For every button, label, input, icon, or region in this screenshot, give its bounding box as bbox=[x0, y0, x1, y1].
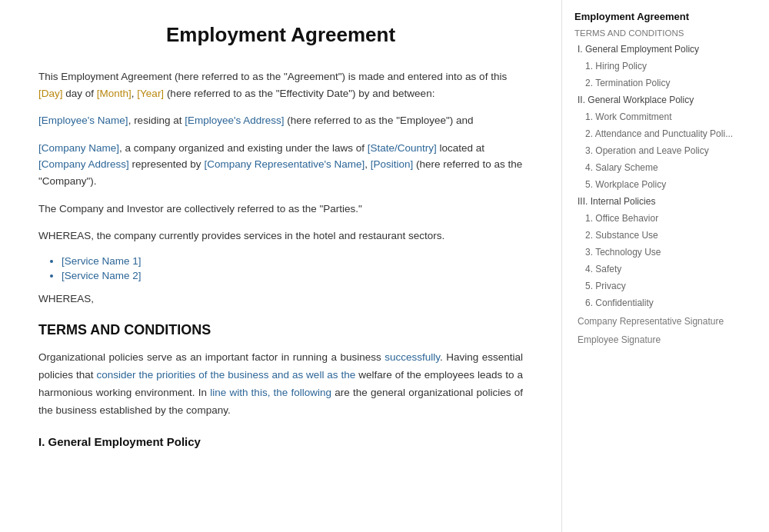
whereas1-text: WHEREAS, the company currently provides … bbox=[38, 230, 444, 241]
intro-p1-day: [Day] bbox=[38, 88, 63, 99]
sidebar-item-general-employment[interactable]: I. General Employment Policy bbox=[574, 41, 734, 58]
intro-p3-text4: , bbox=[365, 158, 371, 170]
sidebar-item-operation-leave[interactable]: 3. Operation and Leave Policy bbox=[574, 142, 734, 159]
service-name-2: [Service Name 2] bbox=[62, 270, 141, 281]
service-item-1: [Service Name 1] bbox=[62, 255, 523, 267]
employee-name: [Employee's Name] bbox=[38, 115, 128, 126]
intro-p1-text4: (here referred to as the "Effectivity Da… bbox=[164, 88, 434, 99]
sidebar-item-company-signature[interactable]: Company Representative Signature bbox=[574, 313, 734, 330]
intro-paragraph-3: [Company Name], a company organized and … bbox=[38, 140, 523, 190]
terms-body: Organizational policies serve as an impo… bbox=[38, 349, 523, 420]
main-content: Employment Agreement This Employment Agr… bbox=[0, 0, 561, 532]
intro-p1-year: [Year] bbox=[137, 88, 164, 99]
terms-highlight2: consider the priorities of the business … bbox=[96, 369, 355, 381]
whereas-paragraph-1: WHEREAS, the company currently provides … bbox=[38, 228, 523, 244]
intro-p3-text3: represented by bbox=[129, 158, 205, 170]
sidebar-item-privacy[interactable]: 5. Privacy bbox=[574, 278, 734, 294]
intro-p3-text2: located at bbox=[437, 142, 484, 154]
terms-heading: TERMS AND CONDITIONS bbox=[38, 322, 523, 338]
service-item-2: [Service Name 2] bbox=[62, 270, 523, 281]
sidebar-item-office-behavior[interactable]: 1. Office Behavior bbox=[574, 210, 734, 227]
service-name-1: [Service Name 1] bbox=[62, 255, 141, 267]
intro-paragraph-2: [Employee's Name], residing at [Employee… bbox=[38, 112, 523, 129]
parties-text: The Company and Investor are collectivel… bbox=[38, 203, 362, 214]
sidebar-item-termination[interactable]: 2. Termination Policy bbox=[574, 75, 734, 91]
sidebar-item-internal-policies[interactable]: III. Internal Policies bbox=[574, 193, 734, 210]
sidebar-item-work-commitment[interactable]: 1. Work Commitment bbox=[574, 108, 734, 125]
state-country: [State/Country] bbox=[368, 142, 437, 154]
employee-address: [Employee's Address] bbox=[185, 115, 284, 126]
intro-p1-text2: day of bbox=[63, 88, 97, 99]
company-position: [Position] bbox=[371, 158, 414, 170]
sidebar: Employment Agreement TERMS AND CONDITION… bbox=[561, 0, 746, 532]
whereas2-text: WHEREAS, bbox=[38, 293, 94, 304]
sidebar-item-substance-use[interactable]: 2. Substance Use bbox=[574, 227, 734, 244]
intro-p3-text1: , a company organized and existing under… bbox=[119, 142, 368, 154]
services-list: [Service Name 1] [Service Name 2] bbox=[62, 255, 523, 281]
company-address: [Company Address] bbox=[38, 158, 129, 170]
terms-text1: Organizational policies serve as an impo… bbox=[38, 351, 384, 363]
intro-paragraph-1: This Employment Agreement (here referred… bbox=[38, 68, 523, 101]
sidebar-item-confidentiality[interactable]: 6. Confidentiality bbox=[574, 294, 734, 311]
sidebar-item-general-workplace[interactable]: II. General Workplace Policy bbox=[574, 91, 734, 108]
intro-p1-text1: This Employment Agreement (here referred… bbox=[38, 71, 507, 82]
company-rep-name: [Company Representative's Name] bbox=[204, 158, 365, 170]
sidebar-item-employee-signature[interactable]: Employee Signature bbox=[574, 331, 734, 348]
document-title: Employment Agreement bbox=[38, 23, 523, 47]
intro-p2-text1: , residing at bbox=[128, 115, 185, 126]
terms-highlight3: line with this, the following bbox=[210, 387, 331, 398]
intro-paragraph-4: The Company and Investor are collectivel… bbox=[38, 201, 523, 218]
intro-p1-month: [Month] bbox=[97, 88, 131, 99]
sidebar-item-safety[interactable]: 4. Safety bbox=[574, 261, 734, 278]
sidebar-item-attendance[interactable]: 2. Attendance and Punctuality Poli... bbox=[574, 125, 734, 142]
sidebar-item-technology-use[interactable]: 3. Technology Use bbox=[574, 244, 734, 261]
intro-p2-text2: (here referred to as the "Employee") and bbox=[285, 115, 474, 126]
sidebar-title: Employment Agreement bbox=[574, 11, 734, 22]
sidebar-item-salary[interactable]: 4. Salary Scheme bbox=[574, 159, 734, 176]
section1-heading: I. General Employment Policy bbox=[38, 435, 523, 448]
sidebar-terms-label[interactable]: TERMS AND CONDITIONS bbox=[574, 28, 734, 38]
sidebar-item-workplace-policy[interactable]: 5. Workplace Policy bbox=[574, 176, 734, 193]
company-name: [Company Name] bbox=[38, 142, 119, 154]
whereas-paragraph-2: WHEREAS, bbox=[38, 291, 523, 308]
sidebar-item-hiring[interactable]: 1. Hiring Policy bbox=[574, 58, 734, 75]
terms-highlight1: successfully bbox=[384, 351, 440, 363]
